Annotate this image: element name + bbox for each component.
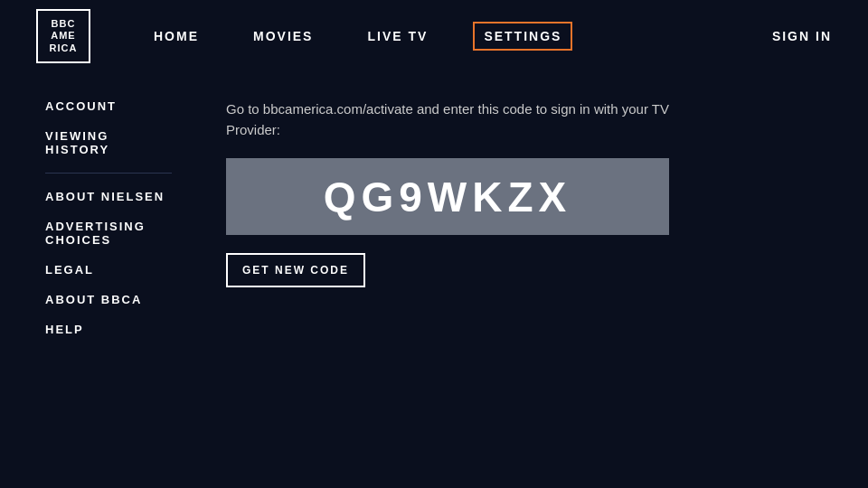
logo-text: BBCAMERICA xyxy=(50,18,78,54)
sidebar-item-viewing-history[interactable]: VIEWING HISTORY xyxy=(45,129,172,156)
activation-code-box: QG9WKZX xyxy=(226,158,669,235)
sign-in-button[interactable]: SIGN IN xyxy=(772,29,832,43)
logo[interactable]: BBCAMERICA xyxy=(36,9,90,63)
get-new-code-button[interactable]: GET NEW CODE xyxy=(226,253,365,287)
sidebar-item-account[interactable]: ACCOUNT xyxy=(45,99,172,113)
sidebar-item-advertising-choices[interactable]: ADVERTISING CHOICES xyxy=(45,220,172,247)
sidebar-item-about-nielsen[interactable]: ABOUT NIELSEN xyxy=(45,190,172,203)
content-area: Go to bbcamerica.com/activate and enter … xyxy=(217,72,868,488)
nav-item-movies[interactable]: MOVIES xyxy=(244,23,322,49)
nav-item-livetv[interactable]: LIVE TV xyxy=(358,23,437,49)
nav-item-home[interactable]: HOME xyxy=(145,23,208,49)
header: BBCAMERICA HOME MOVIES LIVE TV SETTINGS … xyxy=(0,0,868,72)
nav: HOME MOVIES LIVE TV SETTINGS xyxy=(145,22,772,51)
sidebar-divider xyxy=(45,173,172,174)
nav-item-settings[interactable]: SETTINGS xyxy=(473,22,572,51)
main-layout: ACCOUNT VIEWING HISTORY ABOUT NIELSEN AD… xyxy=(0,72,868,488)
sidebar-item-legal[interactable]: LEGAL xyxy=(45,263,172,277)
activation-code: QG9WKZX xyxy=(324,173,572,221)
sidebar: ACCOUNT VIEWING HISTORY ABOUT NIELSEN AD… xyxy=(0,72,217,488)
instruction-text: Go to bbcamerica.com/activate and enter … xyxy=(226,99,669,140)
sidebar-item-help[interactable]: HELP xyxy=(45,323,172,336)
sidebar-item-about-bbca[interactable]: ABOUT BBCA xyxy=(45,293,172,306)
